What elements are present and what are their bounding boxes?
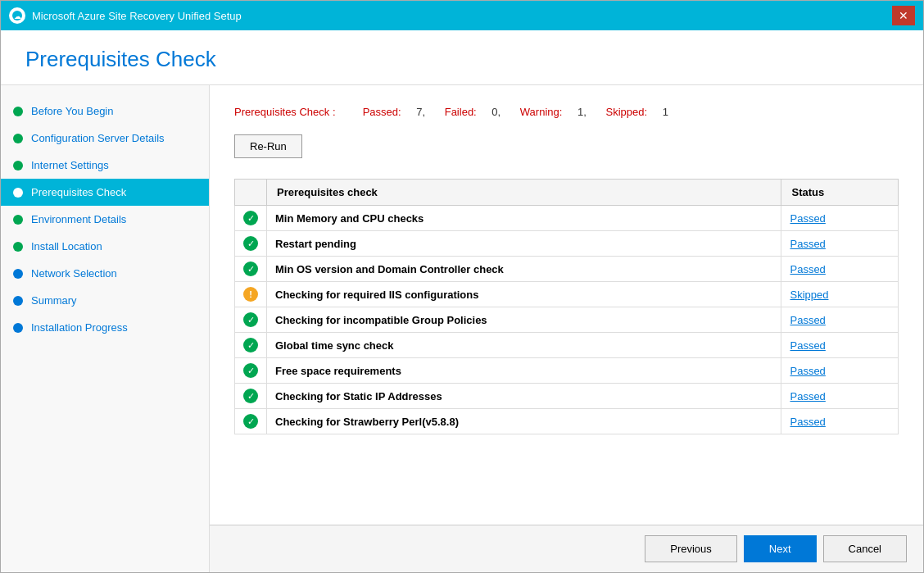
status-link-1[interactable]: Passed: [790, 238, 825, 250]
row-status-4[interactable]: Passed: [781, 307, 899, 333]
pass-icon: ✓: [243, 312, 258, 327]
table-row: !Checking for required IIS configuration…: [235, 282, 899, 307]
pass-icon: ✓: [243, 414, 258, 429]
warn-icon: !: [243, 287, 258, 302]
sidebar-dot-configuration-server: [13, 134, 23, 143]
page-header: Prerequisites Check: [1, 30, 923, 85]
sidebar-item-prerequisites-check[interactable]: Prerequisites Check: [1, 179, 209, 206]
content-area: Prerequisites Check Before You BeginConf…: [1, 30, 923, 572]
sidebar-label-environment-details: Environment Details: [31, 213, 126, 225]
pass-icon: ✓: [243, 236, 258, 251]
summary-skipped-value: 1: [663, 106, 668, 118]
row-icon-7: ✓: [235, 384, 267, 409]
next-button[interactable]: Next: [744, 535, 817, 562]
row-icon-2: ✓: [235, 257, 267, 282]
row-check-4: Checking for incompatible Group Policies: [267, 307, 781, 333]
sidebar-dot-install-location: [13, 242, 23, 252]
status-link-5[interactable]: Passed: [790, 339, 825, 352]
row-status-8[interactable]: Passed: [781, 409, 899, 434]
col-header-status: Status: [781, 180, 899, 206]
summary-prefix: Prerequisites Check :: [234, 106, 336, 118]
row-check-5: Global time sync check: [267, 333, 781, 358]
col-header-icon: [235, 180, 267, 206]
svg-text:☁: ☁: [14, 12, 21, 20]
row-check-3: Checking for required IIS configurations: [267, 282, 781, 307]
prereq-summary: Prerequisites Check : Passed: 7, Failed:…: [234, 106, 899, 118]
sidebar-item-installation-progress[interactable]: Installation Progress: [1, 314, 209, 341]
sidebar-dot-installation-progress: [13, 323, 23, 333]
row-icon-1: ✓: [235, 231, 267, 257]
sidebar-label-installation-progress: Installation Progress: [31, 321, 128, 334]
right-content: Prerequisites Check : Passed: 7, Failed:…: [210, 85, 923, 525]
table-row: ✓Min OS version and Domain Controller ch…: [235, 257, 899, 282]
table-row: ✓Min Memory and CPU checksPassed: [235, 206, 899, 231]
sidebar-label-prerequisites-check: Prerequisites Check: [31, 186, 126, 198]
sidebar-item-internet-settings[interactable]: Internet Settings: [1, 152, 209, 179]
row-status-5[interactable]: Passed: [781, 333, 899, 358]
pass-icon: ✓: [243, 389, 258, 403]
sidebar-item-install-location[interactable]: Install Location: [1, 233, 209, 260]
sidebar-label-network-selection: Network Selection: [31, 267, 117, 280]
right-panel: Prerequisites Check : Passed: 7, Failed:…: [210, 85, 923, 572]
sidebar-dot-environment-details: [13, 215, 23, 225]
status-link-2[interactable]: Passed: [790, 263, 825, 275]
status-link-3[interactable]: Skipped: [790, 289, 828, 301]
previous-button[interactable]: Previous: [645, 535, 737, 562]
row-status-3[interactable]: Skipped: [781, 282, 899, 307]
sidebar-item-before-you-begin[interactable]: Before You Begin: [1, 98, 209, 125]
row-status-6[interactable]: Passed: [781, 358, 899, 384]
sidebar-item-configuration-server[interactable]: Configuration Server Details: [1, 125, 209, 152]
table-body: ✓Min Memory and CPU checksPassed✓Restart…: [235, 206, 899, 434]
row-check-7: Checking for Static IP Addresses: [267, 384, 781, 409]
sidebar: Before You BeginConfiguration Server Det…: [1, 85, 210, 572]
table-header-row: Prerequisites check Status: [235, 180, 899, 206]
col-header-check: Prerequisites check: [267, 180, 781, 206]
main-body: Before You BeginConfiguration Server Det…: [1, 85, 923, 572]
status-link-7[interactable]: Passed: [790, 390, 825, 402]
sidebar-dot-prerequisites-check: [13, 188, 23, 198]
status-link-8[interactable]: Passed: [790, 416, 825, 428]
title-bar: ☁ Microsoft Azure Site Recovery Unified …: [1, 1, 923, 30]
summary-passed-label: Passed:: [363, 106, 401, 118]
window-title: Microsoft Azure Site Recovery Unified Se…: [32, 10, 242, 22]
sidebar-label-configuration-server: Configuration Server Details: [31, 132, 165, 144]
table-row: ✓Restart pendingPassed: [235, 231, 899, 257]
pass-icon: ✓: [243, 211, 258, 225]
check-table: Prerequisites check Status ✓Min Memory a…: [234, 179, 899, 434]
row-status-7[interactable]: Passed: [781, 384, 899, 409]
row-status-0[interactable]: Passed: [781, 206, 899, 231]
status-link-0[interactable]: Passed: [790, 212, 825, 225]
main-window: ☁ Microsoft Azure Site Recovery Unified …: [0, 0, 924, 573]
row-status-2[interactable]: Passed: [781, 257, 899, 282]
row-icon-4: ✓: [235, 307, 267, 333]
table-row: ✓Checking for Static IP AddressesPassed: [235, 384, 899, 409]
close-button[interactable]: ✕: [892, 6, 915, 25]
row-status-1[interactable]: Passed: [781, 231, 899, 257]
summary-skipped-label: Skipped:: [605, 106, 647, 118]
sidebar-label-summary: Summary: [31, 294, 77, 307]
row-icon-6: ✓: [235, 358, 267, 384]
row-check-0: Min Memory and CPU checks: [267, 206, 781, 231]
sidebar-dot-before-you-begin: [13, 107, 23, 116]
row-check-2: Min OS version and Domain Controller che…: [267, 257, 781, 282]
sidebar-label-install-location: Install Location: [31, 240, 102, 252]
row-check-6: Free space requirements: [267, 358, 781, 384]
row-check-8: Checking for Strawberry Perl(v5.8.8): [267, 409, 781, 434]
footer: Previous Next Cancel: [210, 525, 923, 572]
table-row: ✓Free space requirementsPassed: [235, 358, 899, 384]
status-link-4[interactable]: Passed: [790, 314, 825, 326]
sidebar-item-environment-details[interactable]: Environment Details: [1, 206, 209, 233]
cancel-button[interactable]: Cancel: [823, 535, 907, 562]
status-link-6[interactable]: Passed: [790, 365, 825, 377]
page-title: Prerequisites Check: [25, 47, 899, 72]
rerun-button[interactable]: Re-Run: [234, 134, 302, 158]
row-icon-3: !: [235, 282, 267, 307]
sidebar-item-network-selection[interactable]: Network Selection: [1, 260, 209, 287]
pass-icon: ✓: [243, 338, 258, 352]
sidebar-label-internet-settings: Internet Settings: [31, 159, 109, 171]
summary-warning-label: Warning:: [520, 106, 563, 118]
sidebar-item-summary[interactable]: Summary: [1, 287, 209, 314]
sidebar-dot-summary: [13, 296, 23, 306]
pass-icon: ✓: [243, 261, 258, 276]
row-check-1: Restart pending: [267, 231, 781, 257]
